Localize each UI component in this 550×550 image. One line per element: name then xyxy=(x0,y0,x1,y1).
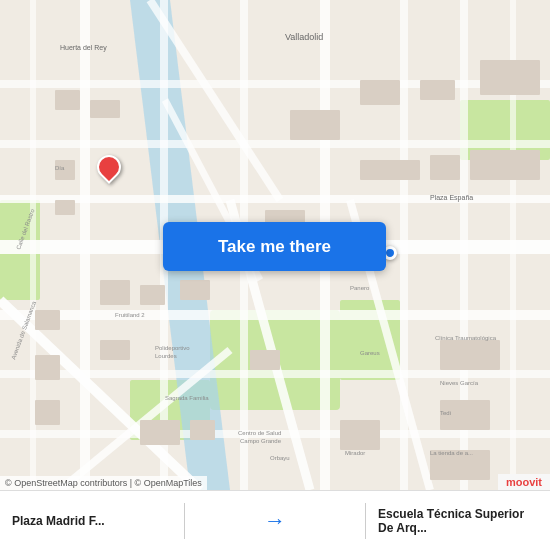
svg-text:La tienda de a...: La tienda de a... xyxy=(430,450,473,456)
map-attribution: © OpenStreetMap contributors | © OpenMap… xyxy=(0,476,207,490)
svg-text:Plaza España: Plaza España xyxy=(430,194,473,202)
svg-rect-14 xyxy=(80,0,90,490)
svg-text:Clínica Traumatológica: Clínica Traumatológica xyxy=(435,335,497,341)
svg-text:Sagrada Familia: Sagrada Familia xyxy=(165,395,209,401)
svg-text:Día: Día xyxy=(55,165,65,171)
svg-rect-33 xyxy=(360,80,400,105)
svg-rect-43 xyxy=(100,340,130,360)
svg-rect-28 xyxy=(55,90,80,110)
map-container: Valladolid Huerta del Rey Plaza España D… xyxy=(0,0,550,490)
svg-rect-47 xyxy=(440,340,500,370)
svg-rect-34 xyxy=(420,80,455,100)
svg-text:Nieves García: Nieves García xyxy=(440,380,479,386)
moovit-logo-text: moovit xyxy=(506,476,542,488)
svg-text:Valladolid: Valladolid xyxy=(285,32,323,42)
svg-rect-35 xyxy=(480,60,540,95)
svg-rect-29 xyxy=(90,100,120,118)
svg-rect-50 xyxy=(340,420,380,450)
svg-text:Centro de Salud: Centro de Salud xyxy=(238,430,281,436)
svg-rect-53 xyxy=(35,400,60,425)
svg-rect-42 xyxy=(180,280,210,300)
svg-rect-38 xyxy=(470,150,540,180)
svg-text:Huerta del Rey: Huerta del Rey xyxy=(60,44,107,52)
svg-rect-37 xyxy=(430,155,460,180)
svg-rect-40 xyxy=(100,280,130,305)
origin-section[interactable]: Plaza Madrid F... xyxy=(0,514,184,528)
svg-rect-51 xyxy=(35,310,60,330)
svg-rect-44 xyxy=(250,350,280,370)
arrow-section: → xyxy=(185,491,365,550)
origin-name: Plaza Madrid F... xyxy=(12,514,105,528)
svg-rect-32 xyxy=(290,110,340,140)
attribution-text: © OpenStreetMap contributors | © OpenMap… xyxy=(5,478,202,488)
svg-rect-31 xyxy=(55,200,75,215)
svg-text:Lourdes: Lourdes xyxy=(155,353,177,359)
svg-text:Tedi: Tedi xyxy=(440,410,451,416)
svg-text:Orbayu: Orbayu xyxy=(270,455,290,461)
svg-rect-36 xyxy=(360,160,420,180)
svg-text:Gareus: Gareus xyxy=(360,350,380,356)
take-me-there-button[interactable]: Take me there xyxy=(163,222,386,271)
svg-rect-45 xyxy=(140,420,180,445)
moovit-logo: moovit xyxy=(498,474,550,490)
destination-section[interactable]: Escuela Técnica Superior De Arq... xyxy=(366,507,550,535)
svg-text:Polideportivo: Polideportivo xyxy=(155,345,190,351)
svg-rect-52 xyxy=(35,355,60,380)
direction-arrow: → xyxy=(264,508,286,534)
bottom-navigation-bar: Plaza Madrid F... → Escuela Técnica Supe… xyxy=(0,490,550,550)
svg-text:Mirador: Mirador xyxy=(345,450,365,456)
svg-text:Panero: Panero xyxy=(350,285,370,291)
svg-rect-46 xyxy=(190,420,215,440)
destination-name: Escuela Técnica Superior De Arq... xyxy=(378,507,538,535)
svg-text:Campo Grande: Campo Grande xyxy=(240,438,282,444)
svg-rect-41 xyxy=(140,285,165,305)
svg-text:Fruitiland 2: Fruitiland 2 xyxy=(115,312,145,318)
